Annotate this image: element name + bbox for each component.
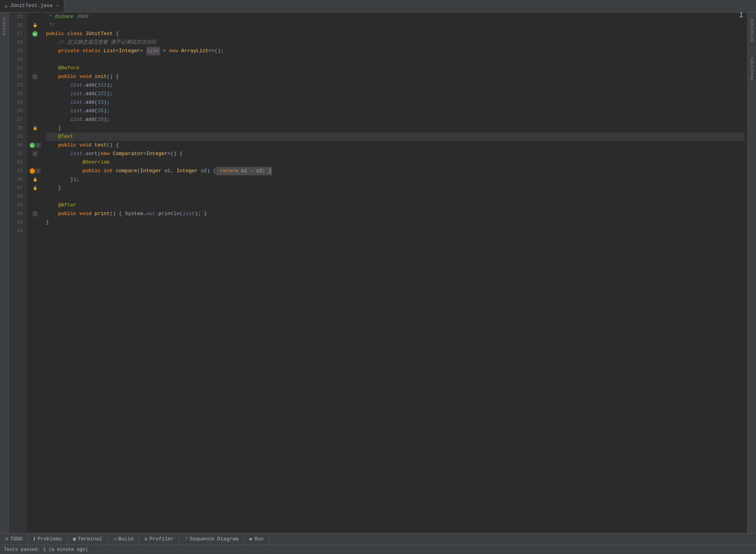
toolbar-icon-run: ▶	[250, 536, 252, 542]
code-line-21: @Before	[46, 64, 744, 72]
code-token: <	[143, 150, 146, 158]
fold-icon[interactable]: ▽	[33, 152, 37, 156]
code-token: }	[46, 124, 61, 132]
line-number-24: 24	[9, 90, 25, 98]
toolbar-label-build: Build	[118, 536, 134, 542]
code-token	[46, 167, 83, 175]
code-token: test	[95, 141, 107, 150]
margin-line-31: ▽	[27, 150, 43, 158]
tab-junit[interactable]: ☕ JUnitTest.java ×	[0, 0, 64, 12]
code-line-20	[46, 55, 744, 64]
line-number-22: 22	[9, 72, 25, 81]
code-token: @Before	[58, 64, 79, 72]
code-token: @Test	[58, 132, 73, 141]
code-line-43: }	[46, 218, 744, 227]
margin-line-18	[27, 38, 43, 47]
code-token: );	[104, 98, 110, 107]
toolbar-item-terminal[interactable]: ▣Terminal	[68, 533, 108, 545]
code-token: class	[67, 30, 86, 38]
code-token: list	[70, 98, 82, 107]
line-number-28: 28	[9, 124, 25, 132]
code-line-15: * @since JDK8	[46, 12, 744, 21]
code-content[interactable]: * @since JDK8 */public class JUnitTest {…	[43, 12, 747, 533]
code-token: *	[46, 12, 55, 21]
code-token	[46, 210, 58, 218]
margin-line-20	[27, 55, 43, 64]
code-token	[46, 81, 70, 90]
toolbar-label-profiler: Profiler	[149, 536, 174, 542]
code-line-37: }	[46, 184, 744, 192]
toolbar-item-todo[interactable]: ≡TODO	[0, 533, 28, 545]
margin-line-23	[27, 81, 43, 90]
toolbar-label-todo: TODO	[10, 536, 22, 542]
fold-icon[interactable]: ▽	[36, 143, 40, 148]
code-token: @Override	[83, 158, 110, 167]
margin-line-26	[27, 107, 43, 115]
left-side-panel: Project	[0, 12, 9, 533]
code-line-30: public void test() {	[46, 141, 744, 150]
code-token: public	[58, 141, 79, 150]
toolbar-label-problems: Problems	[37, 536, 62, 542]
tab-close-button[interactable]: ×	[56, 4, 59, 8]
code-token: .println(	[155, 210, 183, 218]
code-line-24: list.add(222);	[46, 90, 744, 98]
code-token: );	[104, 107, 110, 115]
margin-line-33: !+	[27, 167, 43, 175]
code-token: (	[137, 167, 140, 175]
code-editor[interactable]: 1516171819202122232425262728293031323336…	[9, 12, 747, 533]
toolbar-item-profiler[interactable]: ◎Profiler	[139, 533, 180, 545]
line-number-16: 16	[9, 21, 25, 30]
line-number-39: 39	[9, 201, 25, 210]
margin-line-32	[27, 158, 43, 167]
toolbar-item-problems[interactable]: ℹProblems	[28, 533, 67, 545]
margin-line-43	[27, 218, 43, 227]
expand-icon[interactable]: +	[36, 169, 40, 173]
code-line-26: list.add(25);	[46, 107, 744, 115]
line-number-40: 40	[9, 210, 25, 218]
code-token: () {	[110, 210, 125, 218]
run-icon[interactable]: ▶	[32, 31, 38, 37]
toolbar-icon-todo: ≡	[5, 536, 8, 542]
sidebar-item-project[interactable]: Project	[1, 14, 7, 38]
code-token: .add(	[83, 81, 98, 90]
code-token: public	[58, 210, 79, 218]
line-number-23: 23	[9, 81, 25, 90]
toolbar-icon-profiler: ◎	[145, 536, 148, 542]
code-token: list	[146, 47, 160, 55]
sidebar-item-structure[interactable]: Structure	[749, 16, 755, 45]
toolbar-item-sequence-diagram[interactable]: !Sequence Diagram	[179, 533, 244, 545]
run-icon[interactable]: ▶	[30, 143, 35, 148]
sidebar-item-favorites[interactable]: Favorites	[749, 54, 755, 83]
tab-filename: JUnitTest.java	[10, 3, 53, 9]
code-token: ); }	[195, 210, 207, 218]
code-token: o1,	[161, 167, 176, 175]
code-token: compare	[116, 167, 137, 175]
code-token: void	[79, 141, 95, 150]
lock-icon: 🔒	[33, 177, 37, 182]
warning-icon[interactable]: !	[30, 168, 35, 174]
fold-icon[interactable]: ▽	[33, 74, 37, 79]
code-line-22: public void init() {	[46, 72, 744, 81]
line-number-30: 30	[9, 141, 25, 150]
toolbar-item-build[interactable]: ◁Build	[108, 533, 139, 545]
code-token: =	[160, 47, 169, 55]
code-token: () {	[107, 72, 119, 81]
code-line-39: @After	[46, 201, 744, 210]
code-line-31: list.sort(new Comparator<Integer>() {	[46, 150, 744, 158]
code-token: list	[70, 90, 82, 98]
margin-line-37: 🔒	[27, 184, 43, 192]
code-token	[46, 64, 58, 72]
code-token	[46, 158, 83, 167]
expand-icon[interactable]: +	[33, 212, 37, 216]
code-token: private static	[58, 47, 104, 55]
code-token: <>()	[209, 47, 221, 55]
toolbar-item-run[interactable]: ▶Run	[244, 533, 269, 545]
code-token	[46, 90, 70, 98]
code-token: // 定义静态成员变量 便于让测试方法访问	[46, 38, 156, 47]
margin-line-25	[27, 98, 43, 107]
code-token	[46, 141, 58, 150]
code-token: );	[107, 90, 113, 98]
code-token	[46, 201, 58, 210]
toolbar-icon-terminal: ▣	[73, 536, 76, 542]
toolbar-icon-build: ◁	[114, 536, 116, 542]
